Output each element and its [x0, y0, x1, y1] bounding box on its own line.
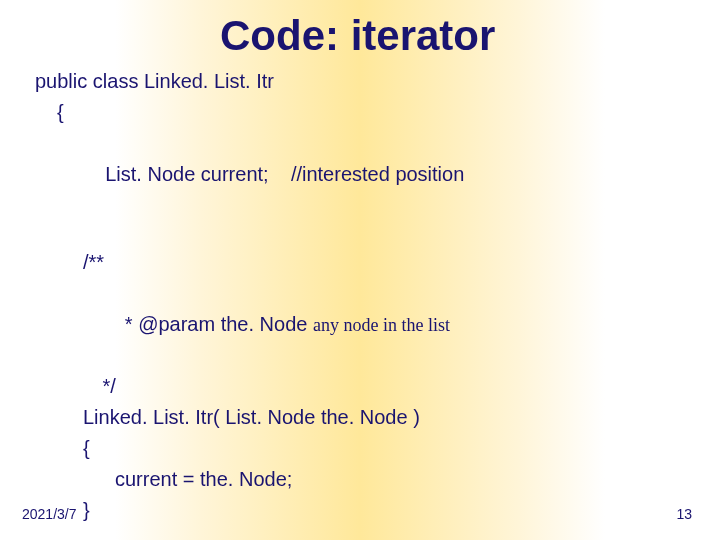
- code-text: * @param the. Node: [119, 313, 313, 335]
- code-line: * @param the. Node any node in the list: [35, 278, 464, 371]
- code-line: public class Linked. List. Itr: [35, 66, 464, 97]
- code-line: {: [35, 97, 464, 128]
- footer-page-number: 13: [676, 506, 692, 522]
- code-line: */: [35, 371, 464, 402]
- footer-date: 2021/3/7: [22, 506, 77, 522]
- code-text-serif: any node in the list: [313, 315, 450, 335]
- slide-title: Code: iterator: [220, 12, 495, 60]
- code-line: current = the. Node;: [35, 464, 464, 495]
- code-line: {: [35, 433, 464, 464]
- code-text: List. Node current;: [105, 163, 291, 185]
- code-line: }: [35, 495, 464, 526]
- code-line: List. Node current; //interested positio…: [35, 128, 464, 221]
- code-comment: //interested position: [291, 163, 464, 185]
- code-line: /**: [35, 247, 464, 278]
- code-line: Linked. List. Itr( List. Node the. Node …: [35, 402, 464, 433]
- code-block: public class Linked. List. Itr { List. N…: [35, 66, 464, 526]
